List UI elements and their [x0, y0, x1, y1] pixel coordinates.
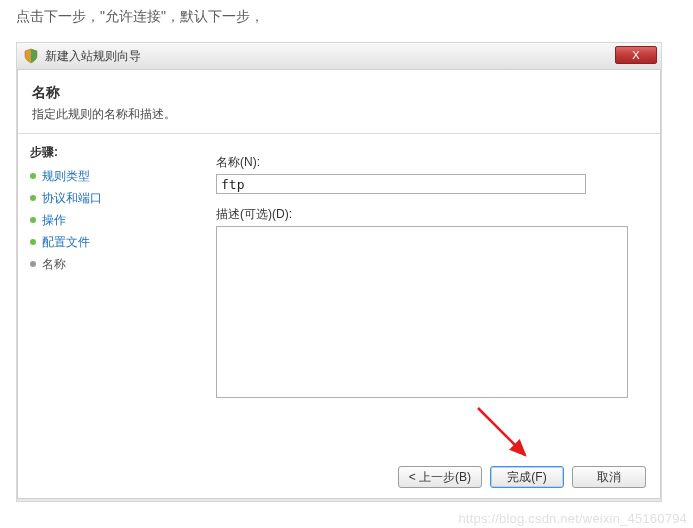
finish-button[interactable]: 完成(F)	[490, 466, 564, 488]
step-bullet-icon	[30, 195, 36, 201]
content-area: 步骤: 规则类型 协议和端口 操作 配置文件	[18, 134, 660, 469]
step-label: 协议和端口	[42, 190, 102, 207]
step-protocol-port[interactable]: 协议和端口	[30, 188, 189, 208]
step-name: 名称	[30, 254, 189, 274]
watermark-text: https://blog.csdn.net/weixin_45160794	[458, 511, 687, 526]
steps-heading: 步骤:	[30, 144, 189, 161]
step-label: 规则类型	[42, 168, 90, 185]
close-button[interactable]: X	[615, 46, 657, 64]
window-title: 新建入站规则向导	[45, 48, 141, 65]
main-panel: 名称(N): 描述(可选)(D):	[198, 134, 660, 469]
step-bullet-icon	[30, 217, 36, 223]
wizard-dialog: 新建入站规则向导 X 名称 指定此规则的名称和描述。 步骤: 规则类型 协议和端…	[16, 42, 662, 502]
name-field-group: 名称(N):	[216, 154, 642, 194]
description-field-group: 描述(可选)(D):	[216, 206, 642, 401]
step-label: 配置文件	[42, 234, 90, 251]
step-bullet-icon	[30, 239, 36, 245]
name-label: 名称(N):	[216, 154, 642, 171]
button-bar: < 上一步(B) 完成(F) 取消	[398, 466, 646, 488]
step-label: 操作	[42, 212, 66, 229]
description-label: 描述(可选)(D):	[216, 206, 642, 223]
step-rule-type[interactable]: 规则类型	[30, 166, 189, 186]
back-button[interactable]: < 上一步(B)	[398, 466, 482, 488]
step-label: 名称	[42, 256, 66, 273]
dialog-body: 名称 指定此规则的名称和描述。 步骤: 规则类型 协议和端口 操作	[17, 69, 661, 499]
step-bullet-icon	[30, 261, 36, 267]
header-title: 名称	[32, 84, 646, 102]
wizard-header: 名称 指定此规则的名称和描述。	[18, 70, 660, 134]
step-action[interactable]: 操作	[30, 210, 189, 230]
step-profile[interactable]: 配置文件	[30, 232, 189, 252]
firewall-icon	[23, 48, 39, 64]
page-instruction: 点击下一步，"允许连接"，默认下一步，	[0, 0, 693, 26]
description-textarea[interactable]	[216, 226, 628, 398]
header-subtitle: 指定此规则的名称和描述。	[32, 106, 646, 123]
name-input[interactable]	[216, 174, 586, 194]
cancel-button[interactable]: 取消	[572, 466, 646, 488]
titlebar: 新建入站规则向导 X	[17, 43, 661, 70]
step-bullet-icon	[30, 173, 36, 179]
steps-sidebar: 步骤: 规则类型 协议和端口 操作 配置文件	[18, 134, 198, 469]
